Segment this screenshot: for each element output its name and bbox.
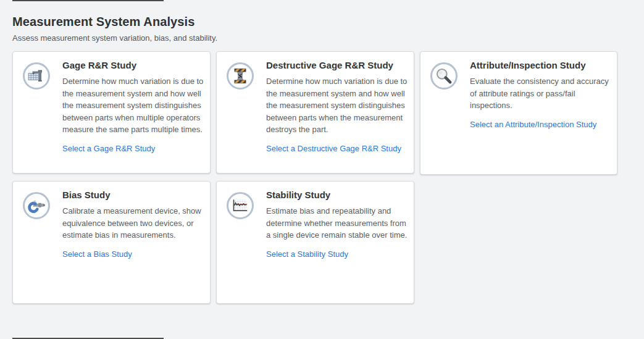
card-description: Evaluate the consistency and accuracy of…	[470, 75, 612, 112]
window-border-artifact-top	[12, 0, 164, 1]
card-title: Destructive Gage R&R Study	[266, 60, 409, 70]
card-destructive-gage-rr-study: Destructive Gage R&R Study Determine how…	[216, 51, 414, 174]
select-destructive-gage-rr-study-link[interactable]: Select a Destructive Gage R&R Study	[266, 144, 401, 153]
select-gage-rr-study-link[interactable]: Select a Gage R&R Study	[62, 144, 155, 153]
measurement-system-analysis-page: Measurement System Analysis Assess measu…	[0, 0, 644, 339]
page-header: Measurement System Analysis Assess measu…	[12, 15, 217, 43]
attribute-inspection-icon	[430, 62, 458, 90]
card-content: Attribute/Inspection Study Evaluate the …	[470, 60, 612, 174]
card-title: Bias Study	[62, 190, 205, 200]
select-attribute-inspection-study-link[interactable]: Select an Attribute/Inspection Study	[470, 120, 596, 129]
gage-rr-icon	[23, 62, 50, 90]
bias-study-icon	[23, 192, 50, 219]
card-description: Determine how much variation is due to t…	[266, 75, 409, 136]
page-subtitle: Assess measurement system variation, bia…	[12, 33, 217, 43]
card-title: Stability Study	[266, 190, 409, 200]
card-description: Calibrate a measurement device, show equ…	[62, 205, 205, 241]
card-content: Destructive Gage R&R Study Determine how…	[266, 60, 409, 173]
card-title: Attribute/Inspection Study	[470, 60, 612, 70]
card-content: Stability Study Estimate bias and repeat…	[266, 190, 409, 303]
card-description: Estimate bias and repeatability and dete…	[266, 205, 409, 241]
select-stability-study-link[interactable]: Select a Stability Study	[266, 249, 348, 259]
card-description: Determine how much variation is due to t…	[62, 75, 205, 136]
card-title: Gage R&R Study	[62, 60, 205, 70]
card-stability-study: Stability Study Estimate bias and repeat…	[216, 181, 414, 304]
page-title: Measurement System Analysis	[12, 15, 217, 29]
card-attribute-inspection-study: Attribute/Inspection Study Evaluate the …	[420, 51, 617, 175]
select-bias-study-link[interactable]: Select a Bias Study	[62, 249, 132, 259]
destructive-gage-rr-icon	[227, 62, 254, 90]
card-gage-rr-study: Gage R&R Study Determine how much variat…	[12, 51, 211, 174]
card-bias-study: Bias Study Calibrate a measurement devic…	[12, 181, 211, 304]
stability-study-icon	[227, 192, 254, 219]
card-content: Bias Study Calibrate a measurement devic…	[62, 190, 205, 303]
card-content: Gage R&R Study Determine how much variat…	[62, 60, 205, 173]
